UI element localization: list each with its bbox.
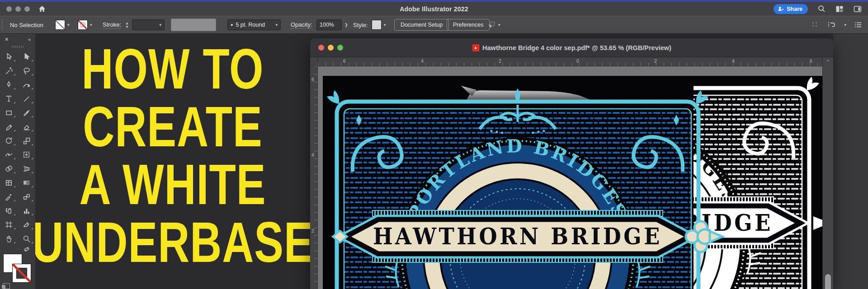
workspace-switcher-icon[interactable] [835, 5, 844, 13]
tool-selection[interactable] [0, 50, 18, 64]
tool-column-graph[interactable] [18, 204, 35, 218]
canvas-viewport[interactable]: PORTLAND BRIDGES HAWTHORN BRIDGE [318, 66, 822, 289]
preferences-button[interactable]: Preferences [447, 19, 490, 31]
tool-mesh[interactable] [0, 176, 18, 190]
home-icon [38, 5, 46, 13]
tool-pencil[interactable] [0, 120, 18, 134]
tool-rectangle[interactable] [0, 106, 18, 120]
ruler-number: 4 [732, 58, 735, 64]
share-person-icon [778, 6, 784, 12]
close-window-button[interactable] [6, 6, 12, 12]
tool-zoom[interactable] [18, 232, 35, 246]
doc-minimize-button[interactable] [328, 45, 334, 51]
doc-close-button[interactable] [318, 45, 324, 51]
tool-blend[interactable] [18, 190, 35, 204]
share-button[interactable]: Share [774, 4, 808, 14]
scrollbar-thumb[interactable] [825, 274, 831, 289]
doc-zoom-button[interactable] [337, 45, 343, 51]
horizontal-ruler[interactable]: 6 4 2 0 2 4 6 [318, 57, 822, 66]
tool-hand[interactable] [0, 232, 18, 246]
control-menu-icon[interactable] [854, 22, 862, 28]
opacity-field[interactable]: 100% [316, 19, 342, 30]
share-label: Share [787, 6, 802, 12]
vertical-scrollbar[interactable]: ⌃ [822, 57, 833, 289]
tool-gradient[interactable] [18, 176, 35, 190]
stroke-weight-label[interactable]: Stroke: [103, 21, 121, 29]
select-behavior-chevron-icon[interactable]: ▾ [498, 23, 500, 27]
selection-status: No Selection [10, 22, 43, 28]
app-canvas-background [833, 34, 868, 289]
brush-preset-dropdown[interactable]: ● 5 pt. Round ▾ [227, 19, 281, 30]
tool-eyedropper[interactable] [0, 190, 18, 204]
tool-free-transform[interactable] [18, 148, 35, 162]
minimize-window-button[interactable] [15, 6, 21, 12]
tool-rotate[interactable] [0, 134, 18, 148]
brush-definition-dropdown [171, 19, 216, 31]
tool-pen[interactable] [0, 78, 18, 92]
tool-magic-wand[interactable] [0, 64, 18, 78]
tool-direct-selection[interactable] [18, 50, 35, 64]
control-bar: No Selection ▾ ▾ Stroke: ▲▼ ▾ ● 5 pt. Ro… [0, 16, 868, 34]
tool-curvature[interactable] [18, 78, 35, 92]
style-chevron-icon[interactable]: ▾ [384, 23, 386, 27]
draw-mode-icon[interactable] [3, 283, 10, 289]
tool-lasso[interactable] [18, 64, 35, 78]
stroke-weight-stepper[interactable]: ▲▼ [125, 22, 129, 28]
tool-scale[interactable] [18, 134, 35, 148]
tool-paintbrush[interactable] [18, 106, 35, 120]
ruler-number: 4 [311, 152, 314, 158]
overlay-line: HOW TO [82, 40, 264, 97]
style-swatch[interactable] [372, 20, 382, 30]
stroke-chevron-icon[interactable]: ▾ [90, 23, 92, 27]
panel-toggle-icon[interactable] [854, 5, 862, 13]
tool-shape-builder[interactable] [0, 162, 18, 176]
stroke-color-swatch[interactable] [78, 20, 88, 30]
tools-panel-close-icon[interactable]: ✕ [5, 37, 9, 42]
app-window-controls[interactable] [6, 6, 30, 12]
tool-type[interactable] [0, 92, 18, 106]
tool-perspective-grid[interactable] [18, 162, 35, 176]
document-window: ▲ Hawthorne Bridge 4 color sep.pdf* @ 53… [310, 38, 833, 289]
tools-panel-collapse-icon[interactable]: « [28, 37, 31, 42]
overlay-line: A WHITE [80, 156, 266, 213]
tool-slice[interactable] [18, 218, 35, 232]
app-title: Adobe Illustrator 2022 [400, 5, 468, 13]
opacity-expand-icon[interactable]: ❯ [344, 23, 348, 27]
opacity-label[interactable]: Opacity: [291, 21, 312, 29]
banner-text: HAWTHORN BRIDGE [373, 223, 662, 250]
app-menu-bar: Adobe Illustrator 2022 Share [0, 2, 868, 16]
dock-chevron-icon[interactable]: ▾ [844, 23, 846, 27]
grid-options-icon[interactable] [811, 21, 819, 28]
fill-chevron-icon[interactable]: ▾ [67, 23, 70, 27]
search-icon[interactable] [818, 5, 826, 13]
artboard[interactable]: PORTLAND BRIDGES HAWTHORN BRIDGE [323, 76, 822, 289]
document-titlebar[interactable]: ▲ Hawthorne Bridge 4 color sep.pdf* @ 53… [310, 38, 833, 57]
zoom-window-button[interactable] [24, 6, 30, 12]
pdf-file-icon: ▲ [472, 44, 479, 51]
style-label: Style: [353, 22, 368, 28]
scroll-up-icon[interactable]: ⌃ [823, 57, 833, 66]
tool-eraser[interactable] [18, 120, 35, 134]
brush-bullet-icon: ● [231, 23, 233, 27]
ruler-number: 6 [343, 58, 346, 64]
tool-width[interactable] [0, 148, 18, 162]
stroke-weight-field[interactable]: ▾ [132, 19, 165, 30]
overlay-line: CREATE [83, 98, 263, 155]
swap-fill-stroke-icon[interactable] [0, 246, 35, 252]
tools-panel-grip[interactable] [12, 46, 24, 48]
tool-line-segment[interactable] [18, 92, 35, 106]
select-behavior-icon[interactable] [487, 21, 495, 29]
ruler-number: 4 [421, 58, 424, 64]
artwork: PORTLAND BRIDGES HAWTHORN BRIDGE [323, 76, 822, 289]
ruler-origin-box[interactable] [310, 57, 318, 66]
document-setup-button[interactable]: Document Setup [394, 19, 449, 31]
tool-artboard[interactable] [0, 218, 18, 232]
fill-color-swatch[interactable] [55, 20, 65, 30]
stroke-swatch[interactable] [12, 264, 31, 283]
control-bar-grip[interactable] [1, 19, 3, 31]
dock-control-icon[interactable] [827, 21, 836, 28]
vertical-ruler[interactable]: 6 4 2 [310, 66, 318, 289]
tool-symbol-sprayer[interactable] [0, 204, 18, 218]
home-button[interactable] [38, 5, 46, 13]
blue-plate: PORTLAND BRIDGES [327, 89, 722, 289]
